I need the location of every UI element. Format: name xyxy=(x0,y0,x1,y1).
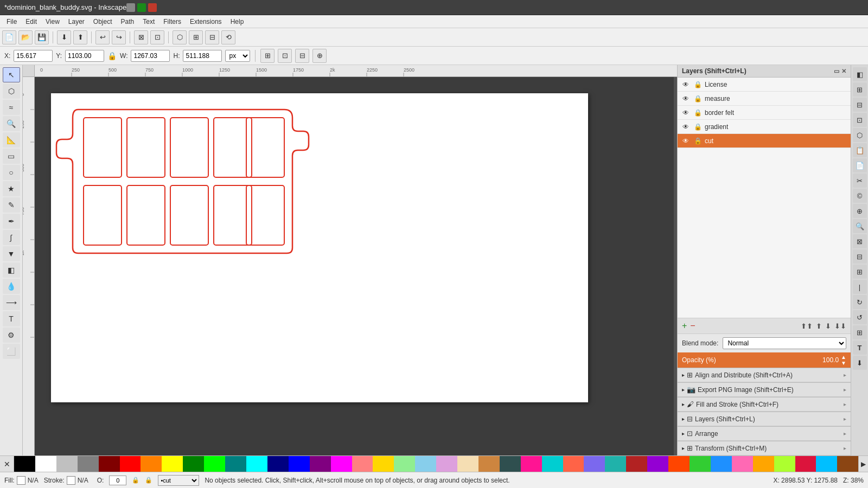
palette-color-26[interactable] xyxy=(563,456,584,472)
palette-color-22[interactable] xyxy=(478,456,500,472)
palette-color-3[interactable] xyxy=(78,456,99,472)
redo-button[interactable]: ↪ xyxy=(112,30,126,44)
palette-color-6[interactable] xyxy=(141,456,162,472)
palette-color-34[interactable] xyxy=(732,456,753,472)
layer-select[interactable]: •License•measure•border felt•gradient•cu… xyxy=(158,475,199,486)
canvas-viewport[interactable] xyxy=(35,77,677,455)
menu-item-file[interactable]: File xyxy=(2,17,21,27)
layer-visibility-icon[interactable]: 👁 xyxy=(681,80,691,89)
palette-color-37[interactable] xyxy=(795,456,816,472)
zoom-fit-page-icon[interactable]: 🔍 xyxy=(853,219,867,233)
palette-color-32[interactable] xyxy=(690,456,711,472)
layers-panel-close[interactable]: ✕ xyxy=(841,68,846,75)
text-tool[interactable]: T xyxy=(3,311,20,326)
stroke-swatch[interactable] xyxy=(67,476,75,485)
palette-color-23[interactable] xyxy=(500,456,521,472)
palette-color-9[interactable] xyxy=(204,456,225,472)
layer-row[interactable]: 👁🔒cut xyxy=(678,134,851,148)
palette-color-30[interactable] xyxy=(647,456,668,472)
palette-color-15[interactable] xyxy=(331,456,352,472)
menu-item-view[interactable]: View xyxy=(41,17,64,27)
w-input[interactable] xyxy=(131,50,170,62)
xml-editor-icon[interactable]: ⊡ xyxy=(853,113,867,127)
align-button[interactable]: ⊞ xyxy=(189,30,203,44)
no-color-button[interactable]: ✕ xyxy=(0,456,14,472)
undo-button[interactable]: ↩ xyxy=(95,30,110,44)
palette-color-13[interactable] xyxy=(289,456,310,472)
palette-color-31[interactable] xyxy=(668,456,690,472)
blend-mode-select[interactable]: NormalMultiplyScreenOverlayDarkenLighten… xyxy=(723,337,846,349)
palette-color-21[interactable] xyxy=(457,456,478,472)
zoom-fit-button[interactable]: ⊠ xyxy=(134,30,148,44)
tweak-tool[interactable]: ≈ xyxy=(3,100,20,115)
palette-color-2[interactable] xyxy=(56,456,78,472)
fill-swatch[interactable] xyxy=(17,476,25,485)
palette-color-36[interactable] xyxy=(774,456,795,472)
layer-move-bottom[interactable]: ⬇⬇ xyxy=(834,322,846,330)
lock-aspect-button[interactable]: 🔒 xyxy=(107,52,117,60)
clipboard-icon[interactable]: 📋 xyxy=(853,143,867,157)
pen-tool[interactable]: ✒ xyxy=(3,214,20,229)
rotate-ccw-icon[interactable]: ↺ xyxy=(853,310,867,324)
layer-lock-icon[interactable]: 🔒 xyxy=(693,94,703,104)
palette-color-19[interactable] xyxy=(415,456,436,472)
palette-color-1[interactable] xyxy=(35,456,56,472)
palette-color-8[interactable] xyxy=(183,456,204,472)
menu-item-filters[interactable]: Filters xyxy=(159,17,186,27)
fill-stroke-icon[interactable]: ◧ xyxy=(853,67,867,81)
save-button[interactable]: 💾 xyxy=(35,30,49,44)
layer-lock-icon[interactable]: 🔒 xyxy=(693,136,703,146)
palette-color-5[interactable] xyxy=(120,456,141,472)
snap-btn3[interactable]: ⊟ xyxy=(295,49,309,63)
panel-header-export[interactable]: ▸📷Export PNG Image (Shift+Ctrl+E)▸ xyxy=(678,383,851,397)
opacity-spinner[interactable]: ▲ ▼ xyxy=(841,354,846,366)
gradient-tool[interactable]: ◧ xyxy=(3,262,20,278)
layer-lock-icon[interactable]: 🔒 xyxy=(693,122,703,132)
new-button[interactable]: 📄 xyxy=(2,30,16,44)
bottom-icon[interactable]: ⬇ xyxy=(853,356,867,370)
palette-color-28[interactable] xyxy=(605,456,626,472)
palette-color-29[interactable] xyxy=(626,456,647,472)
export-button[interactable]: ⬆ xyxy=(73,30,87,44)
connector-tool[interactable]: ⟶ xyxy=(3,295,20,310)
palette-color-25[interactable] xyxy=(542,456,563,472)
palette-color-10[interactable] xyxy=(225,456,246,472)
snap-btn4[interactable]: ⊕ xyxy=(312,49,327,63)
palette-color-38[interactable] xyxy=(816,456,837,472)
paste-in-place-icon[interactable]: ⊕ xyxy=(853,204,867,218)
object-properties-icon[interactable]: ⊞ xyxy=(853,82,867,97)
table-icon[interactable]: ⊞ xyxy=(853,325,867,339)
menu-item-object[interactable]: Object xyxy=(89,17,117,27)
layer-move-top[interactable]: ⬆⬆ xyxy=(801,322,813,330)
star-tool[interactable]: ★ xyxy=(3,181,20,196)
scroll-right[interactable] xyxy=(674,77,677,455)
node-icon2[interactable]: ⬡ xyxy=(853,128,867,142)
add-layer-button[interactable]: + xyxy=(682,321,687,331)
paste-icon[interactable]: 📄 xyxy=(853,158,867,172)
layer-visibility-icon[interactable]: 👁 xyxy=(681,136,691,146)
layer-move-down[interactable]: ⬇ xyxy=(825,322,831,330)
x-input[interactable] xyxy=(14,50,53,62)
opacity-status-input[interactable] xyxy=(109,476,126,485)
snap-icon[interactable]: ⊟ xyxy=(853,249,867,264)
maximize-button[interactable] xyxy=(137,3,146,12)
layer-lock-icon[interactable]: 🔒 xyxy=(693,80,703,89)
menu-item-layer[interactable]: Layer xyxy=(64,17,89,27)
palette-color-35[interactable] xyxy=(753,456,774,472)
layer-move-up[interactable]: ⬆ xyxy=(816,322,822,330)
menu-item-help[interactable]: Help xyxy=(226,17,248,27)
open-button[interactable]: 📂 xyxy=(18,30,33,44)
spray-tool[interactable]: ⚙ xyxy=(3,328,20,343)
panel-header-transform[interactable]: ▸⊞Transform (Shift+Ctrl+M)▸ xyxy=(678,441,851,455)
canvas-area[interactable]: 0 250 500 750 1000 1250 1500 1750 2k 225… xyxy=(23,65,677,455)
menu-item-text[interactable]: Text xyxy=(138,17,159,27)
layer-row[interactable]: 👁🔒gradient xyxy=(678,120,851,134)
pencil-tool[interactable]: ✎ xyxy=(3,197,20,213)
T-icon[interactable]: T xyxy=(853,341,867,355)
selector-tool[interactable]: ↖ xyxy=(3,67,20,82)
zoom-select-button[interactable]: ⊡ xyxy=(150,30,164,44)
grid-icon[interactable]: ⊞ xyxy=(853,265,867,279)
distribute-button[interactable]: ⊟ xyxy=(205,30,219,44)
zoom-tool[interactable]: 🔍 xyxy=(3,116,20,131)
node-editor-button[interactable]: ⬡ xyxy=(173,30,187,44)
